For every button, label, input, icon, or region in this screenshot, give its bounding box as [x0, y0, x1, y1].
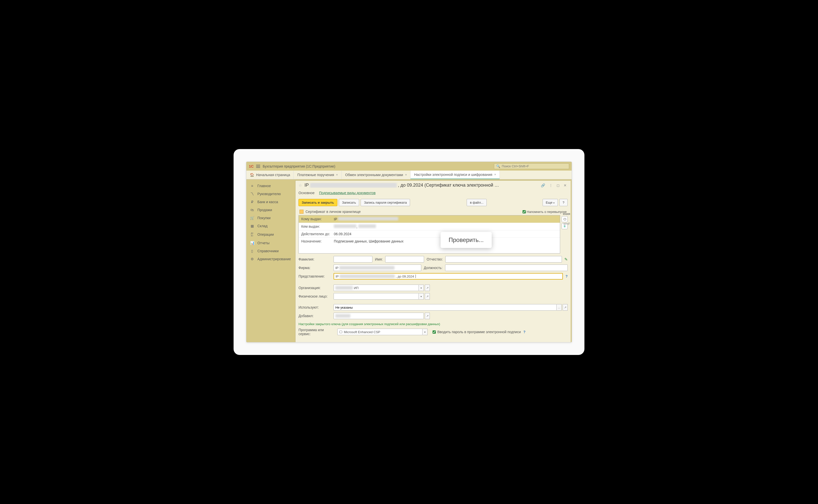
added-label: Добавил:	[298, 314, 331, 318]
representation-input[interactable]: IP , до 09.2024	[333, 273, 563, 280]
remind-checkbox[interactable]: Напомнить о перевыпуске	[523, 210, 567, 214]
representation-label: Представление:	[298, 274, 331, 278]
valid-label: Действителен до:	[301, 232, 334, 236]
star-icon[interactable]: ☆	[298, 183, 302, 188]
surname-input[interactable]	[333, 256, 372, 263]
search-input[interactable]	[502, 164, 567, 168]
issued-by-label: Кем выдан:	[301, 224, 334, 229]
firm-input[interactable]: IP	[333, 265, 421, 271]
close-icon[interactable]: ×	[336, 173, 338, 177]
cart-icon: 🛒	[250, 216, 254, 220]
purpose-label: Назначение:	[301, 239, 334, 243]
monitor-icon: 🖵	[339, 330, 342, 334]
cert-status-text: Сертификат в личном хранилище	[305, 210, 360, 214]
org-dropdown[interactable]: ▾	[419, 285, 424, 291]
enter-password-checkbox[interactable]: Вводить пароль в программе электронной п…	[433, 330, 521, 334]
name-label: Имя:	[375, 257, 383, 261]
tab-payments[interactable]: Платежные поручения ×	[294, 171, 341, 179]
link-icon[interactable]: 🔗	[540, 183, 546, 188]
person-input[interactable]	[333, 293, 419, 300]
search-box[interactable]: 🔍	[494, 163, 569, 169]
help-icon[interactable]: ?	[523, 330, 526, 334]
panel-title: IP XXXXXXXXXX XXXXXXXXX XXXXXXXXX , до 0…	[304, 183, 537, 188]
firm-label: Фирма:	[298, 266, 331, 270]
name-input[interactable]	[385, 256, 424, 263]
users-input[interactable]	[333, 304, 557, 311]
sidebar-item-sales[interactable]: 🛍Продажи	[246, 206, 295, 214]
dtkt-icon: ДтКт	[250, 232, 254, 237]
stack-icon: ▦	[250, 224, 254, 228]
added-input[interactable]	[333, 313, 424, 319]
close-icon[interactable]: ×	[494, 173, 496, 176]
bag-icon: 🛍	[250, 208, 254, 212]
sidebar-item-manager[interactable]: 〽Руководителю	[246, 190, 295, 198]
patronymic-input[interactable]	[445, 256, 562, 263]
program-dropdown[interactable]: ▾	[423, 329, 428, 335]
users-open[interactable]: ↗	[563, 304, 568, 311]
sidebar-item-operations[interactable]: ДтКтОперации	[246, 230, 295, 239]
sidebar-item-bank[interactable]: ₽Банк и касса	[246, 198, 295, 206]
more-icon[interactable]: ⋮	[548, 183, 554, 188]
cert-store-icon	[299, 210, 303, 214]
position-input[interactable]	[445, 265, 568, 271]
maximize-icon[interactable]: ◻	[556, 183, 561, 188]
ruble-icon: ₽	[250, 200, 254, 204]
patronymic-label: Отчество:	[427, 257, 443, 261]
surname-label: Фамилия:	[298, 257, 331, 261]
books-icon: ▯	[250, 249, 254, 253]
logo-1c: 1C	[249, 164, 254, 168]
program-label: Программа или сервис:	[298, 328, 335, 336]
app-title: Бухгалтерия предприятия (1С:Предприятие)	[263, 164, 492, 168]
verify-popup[interactable]: Проверить...	[441, 232, 492, 248]
chart-icon: 〽	[250, 192, 254, 196]
list-icon: ≡	[250, 184, 254, 188]
close-icon[interactable]: ×	[405, 173, 407, 177]
person-label: Физическое лицо:	[298, 294, 331, 298]
sidebar-item-purchases[interactable]: 🛒Покупки	[246, 214, 295, 222]
main-panel: ☆ IP XXXXXXXXXX XXXXXXXXX XXXXXXXXX , до…	[295, 180, 571, 342]
inner-tab-main[interactable]: Основное	[298, 190, 314, 195]
person-dropdown[interactable]: ▾	[419, 293, 424, 300]
home-icon: 🏠	[250, 173, 254, 177]
program-input[interactable]: 🖵 Microsoft Enhanced CSP	[337, 329, 423, 335]
certificate-info: Кому выдан: IP Кем выдан: , Действителен…	[298, 215, 560, 254]
key-settings-heading: Настройки закрытого ключа (для создания …	[298, 322, 568, 326]
more-button[interactable]: Еще ▾	[543, 199, 558, 206]
chevron-down-icon: ▾	[553, 202, 555, 204]
tab-home-label: Начальная страница	[256, 173, 290, 177]
sidebar-item-main[interactable]: ≡Главное	[246, 182, 295, 190]
sidebar-item-reports[interactable]: 📊Отчеты	[246, 239, 295, 247]
bars-icon: 📊	[250, 241, 254, 245]
added-open[interactable]: ↗	[425, 313, 430, 319]
save-close-button[interactable]: Записать и закрыть	[298, 199, 337, 206]
close-panel-icon[interactable]: ✕	[563, 183, 568, 188]
tab-signature-settings[interactable]: Настройки электронной подписи и шифрован…	[411, 171, 500, 179]
clipped-text: ения	[563, 212, 570, 216]
tab-home[interactable]: 🏠 Начальная страница	[246, 171, 294, 179]
save-button[interactable]: Записать	[339, 199, 359, 206]
users-more[interactable]: …	[557, 304, 562, 311]
organization-input[interactable]: ИП	[333, 285, 419, 291]
menu-hamburger[interactable]	[256, 165, 260, 168]
clipped-text: trl+F	[564, 222, 570, 226]
position-label: Должность:	[424, 266, 443, 270]
inner-tab-docs[interactable]: Подписываемые виды документов	[319, 190, 375, 195]
sidebar-item-warehouse[interactable]: ▦Склад	[246, 222, 295, 230]
tab-edoc[interactable]: Обмен электронными документами ×	[341, 171, 411, 179]
help-button[interactable]: ?	[559, 199, 568, 206]
edit-icon[interactable]: ✎	[564, 257, 568, 262]
search-icon: 🔍	[496, 164, 500, 168]
issued-by-value: ,	[334, 224, 557, 229]
person-open[interactable]: ↗	[425, 293, 430, 300]
issued-to-value: IP	[334, 217, 557, 221]
cert-detail-button[interactable]: 🖵	[562, 216, 568, 222]
sidebar-item-admin[interactable]: ⚙Администрирование	[246, 255, 295, 263]
save-password-button[interactable]: Запись пароля сертификата	[360, 199, 410, 206]
help-icon[interactable]: ?	[565, 274, 568, 278]
sidebar: ≡Главное 〽Руководителю ₽Банк и касса 🛍Пр…	[246, 179, 295, 342]
issued-to-label: Кому выдан:	[301, 217, 334, 221]
org-open[interactable]: ↗	[425, 285, 430, 291]
sidebar-item-directories[interactable]: ▯Справочники	[246, 247, 295, 255]
to-file-button[interactable]: в файл...	[467, 199, 487, 206]
organization-label: Организация:	[298, 286, 331, 290]
